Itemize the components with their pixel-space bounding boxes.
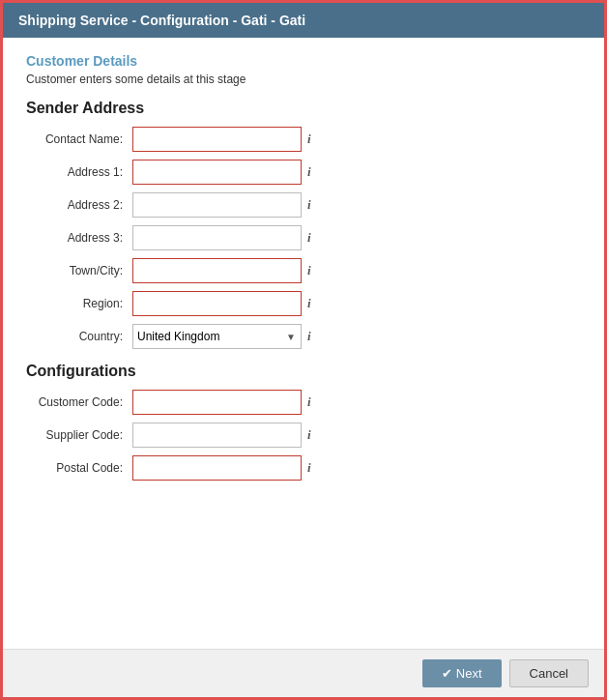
town-city-info-icon[interactable]: i [307,263,311,278]
contact-name-row: Contact Name: i [26,127,581,152]
region-row: Region: i [26,291,581,316]
supplier-code-info-icon[interactable]: i [307,427,311,443]
sender-address-heading: Sender Address [26,100,581,117]
contact-name-label: Contact Name: [26,132,132,146]
customer-details-subtitle: Customer enters some details at this sta… [26,73,581,86]
postal-code-info-icon[interactable]: i [307,460,311,476]
country-select[interactable]: United Kingdom United States Australia C… [132,324,302,349]
town-city-input[interactable] [132,258,302,283]
shipping-config-dialog: Shipping Service - Configuration - Gati … [0,0,607,700]
country-select-wrapper: United Kingdom United States Australia C… [132,324,302,349]
address2-label: Address 2: [26,198,132,212]
configurations-heading: Configurations [26,363,581,380]
contact-name-info-icon[interactable]: i [307,131,311,147]
region-input[interactable] [132,291,302,316]
address3-row: Address 3: i [26,225,581,250]
customer-code-input[interactable] [132,390,302,415]
title-text: Shipping Service - Configuration - Gati … [18,13,305,28]
address1-label: Address 1: [26,165,132,179]
customer-code-info-icon[interactable]: i [307,394,311,410]
dialog-footer: ✔ Next Cancel [3,649,604,697]
postal-code-input[interactable] [132,455,302,481]
country-row: Country: United Kingdom United States Au… [26,324,581,349]
region-label: Region: [26,297,132,310]
address1-input[interactable] [132,160,302,185]
address3-info-icon[interactable]: i [307,230,311,246]
postal-code-row: Postal Code: i [26,455,581,481]
address2-info-icon[interactable]: i [307,197,311,213]
next-button[interactable]: ✔ Next [422,659,501,687]
next-checkmark-icon: ✔ [442,666,452,681]
customer-code-label: Customer Code: [26,395,132,409]
address3-input[interactable] [132,225,302,250]
cancel-button[interactable]: Cancel [509,659,589,687]
address2-row: Address 2: i [26,192,581,218]
supplier-code-row: Supplier Code: i [26,423,581,448]
cancel-label: Cancel [530,666,568,681]
address1-row: Address 1: i [26,160,581,185]
address3-label: Address 3: [26,231,132,245]
dialog-title: Shipping Service - Configuration - Gati … [3,3,604,38]
contact-name-input[interactable] [132,127,302,152]
postal-code-label: Postal Code: [26,461,132,475]
address2-input[interactable] [132,192,302,218]
customer-code-row: Customer Code: i [26,390,581,415]
address1-info-icon[interactable]: i [307,164,311,180]
dialog-body: Customer Details Customer enters some de… [3,38,604,649]
next-label: Next [456,666,482,681]
region-info-icon[interactable]: i [307,296,311,311]
country-info-icon[interactable]: i [307,329,311,344]
supplier-code-label: Supplier Code: [26,428,132,442]
town-city-label: Town/City: [26,264,132,277]
supplier-code-input[interactable] [132,423,302,448]
country-label: Country: [26,330,132,343]
town-city-row: Town/City: i [26,258,581,283]
customer-details-heading: Customer Details [26,53,581,69]
